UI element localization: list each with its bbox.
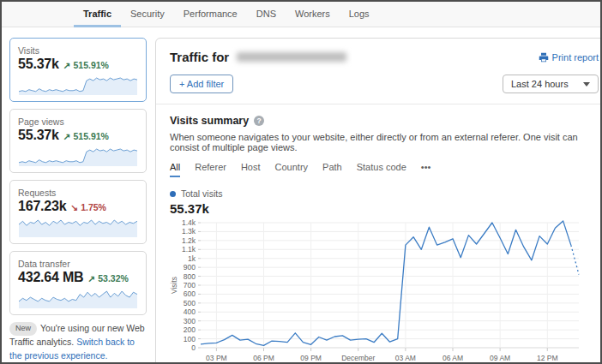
- svg-text:400: 400: [184, 307, 196, 316]
- svg-text:700: 700: [184, 281, 196, 289]
- stat-label: Page views: [18, 116, 138, 127]
- page-title: Traffic for: [170, 50, 346, 64]
- trend-down-icon: ↘: [70, 202, 78, 212]
- svg-text:0: 0: [191, 343, 196, 352]
- data-transfer-sparkline: [18, 287, 138, 309]
- top-navigation: Traffic Security Performance DNS Workers…: [2, 2, 600, 27]
- svg-text:03 PM: 03 PM: [206, 354, 227, 362]
- dashboard-body: Visits 55.37k ↗ 515.91% Page views 55.37…: [2, 27, 600, 362]
- new-analytics-notice: NewYou're using our new Web Traffic anal…: [9, 322, 147, 362]
- printer-icon: [539, 52, 549, 63]
- svg-text:500: 500: [184, 299, 196, 307]
- stat-card-visits[interactable]: Visits 55.37k ↗ 515.91%: [9, 38, 147, 102]
- stat-value: 432.64 MB: [18, 270, 83, 285]
- stat-card-requests[interactable]: Requests 167.23k ↘ 1.75%: [9, 180, 147, 244]
- svg-text:06 PM: 06 PM: [253, 354, 274, 362]
- new-badge: New: [9, 322, 37, 336]
- dim-tab-country[interactable]: Country: [275, 162, 309, 177]
- tab-performance[interactable]: Performance: [174, 2, 247, 27]
- dim-tab-status-code[interactable]: Status code: [357, 162, 406, 177]
- dim-tab-path[interactable]: Path: [322, 162, 342, 177]
- tab-dns[interactable]: DNS: [247, 2, 286, 27]
- section-description: When someone navigates to your website, …: [170, 132, 599, 152]
- page-views-sparkline: [18, 145, 138, 167]
- stat-delta: ↗ 515.91%: [63, 60, 109, 70]
- requests-sparkline: [18, 216, 138, 238]
- stat-delta: ↗ 515.91%: [63, 131, 109, 141]
- analytics-dashboard: Traffic Security Performance DNS Workers…: [0, 0, 602, 364]
- svg-text:03 AM: 03 AM: [395, 354, 416, 362]
- tab-security[interactable]: Security: [121, 2, 174, 27]
- dimension-tabs: All Referer Host Country Path Status cod…: [170, 162, 599, 177]
- svg-text:600: 600: [184, 289, 196, 298]
- dim-tab-all[interactable]: All: [170, 162, 180, 177]
- stat-value: 55.37k: [18, 128, 59, 143]
- metric-sidebar: Visits 55.37k ↗ 515.91% Page views 55.37…: [9, 38, 147, 362]
- trend-up-icon: ↗: [63, 131, 71, 141]
- dim-tab-host[interactable]: Host: [241, 162, 261, 177]
- visits-sparkline: [18, 74, 138, 96]
- svg-text:December: December: [341, 354, 375, 362]
- chevron-down-icon: [583, 82, 590, 87]
- dim-tab-referer[interactable]: Referer: [195, 162, 226, 177]
- chart-legend: Total visits: [170, 188, 599, 199]
- stat-value: 55.37k: [18, 57, 59, 72]
- svg-text:12 PM: 12 PM: [537, 354, 558, 362]
- traffic-panel: Traffic for Print report + Add filter La…: [155, 38, 602, 364]
- svg-text:1.1k: 1.1k: [182, 245, 196, 254]
- tab-logs[interactable]: Logs: [340, 2, 379, 27]
- svg-text:200: 200: [184, 325, 196, 334]
- svg-text:1k: 1k: [188, 254, 196, 263]
- panel-header: Traffic for Print report + Add filter La…: [156, 39, 602, 104]
- tab-traffic[interactable]: Traffic: [74, 2, 121, 27]
- stat-card-page-views[interactable]: Page views 55.37k ↗ 515.91%: [9, 109, 147, 173]
- section-title: Visits summary: [170, 115, 249, 127]
- stat-label: Requests: [18, 188, 138, 198]
- svg-text:06 AM: 06 AM: [442, 354, 463, 362]
- stat-value: 167.23k: [18, 199, 66, 214]
- svg-text:Visits: Visits: [170, 277, 178, 294]
- trend-up-icon: ↗: [63, 60, 71, 70]
- total-visits-value: 55.37k: [170, 201, 599, 216]
- svg-text:800: 800: [184, 272, 196, 281]
- visits-summary-section: Visits summary ? When someone navigates …: [156, 104, 602, 364]
- stat-delta: ↘ 1.75%: [70, 202, 106, 212]
- stat-delta: ↗ 53.32%: [87, 273, 128, 283]
- time-range-select[interactable]: Last 24 hours: [503, 75, 599, 93]
- help-icon[interactable]: ?: [254, 116, 264, 126]
- more-tabs-ellipsis-icon[interactable]: •••: [421, 162, 431, 177]
- visits-line-chart: 01002003004005006007008009001k1.1k1.2k1.…: [170, 219, 599, 364]
- svg-text:100: 100: [184, 335, 196, 343]
- svg-text:09 AM: 09 AM: [490, 354, 510, 362]
- trend-up-icon: ↗: [87, 273, 95, 283]
- stat-label: Data transfer: [18, 259, 138, 269]
- svg-text:1.3k: 1.3k: [182, 227, 196, 236]
- svg-text:09 PM: 09 PM: [300, 354, 322, 362]
- svg-text:300: 300: [184, 317, 196, 325]
- tab-workers[interactable]: Workers: [286, 2, 340, 27]
- svg-text:1.2k: 1.2k: [182, 236, 196, 245]
- series-dot-icon: [170, 191, 176, 197]
- domain-redacted: [237, 52, 346, 62]
- print-report-button[interactable]: Print report: [539, 52, 599, 63]
- svg-text:1.4k: 1.4k: [182, 219, 196, 227]
- svg-text:900: 900: [184, 263, 196, 272]
- add-filter-button[interactable]: + Add filter: [170, 75, 233, 93]
- legend-label: Total visits: [181, 188, 222, 199]
- stat-label: Visits: [18, 45, 138, 56]
- stat-card-data-transfer[interactable]: Data transfer 432.64 MB ↗ 53.32%: [9, 251, 147, 315]
